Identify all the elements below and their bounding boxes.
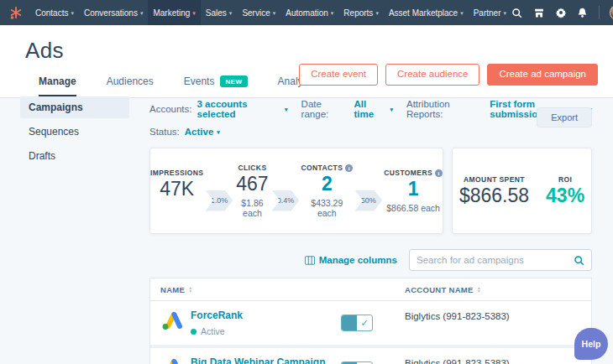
- spend-card: AMOUNT SPENT $866.58 ROI 43%: [452, 148, 592, 234]
- chevron-down-icon: ▾: [375, 10, 379, 16]
- contacts-metric: CONTACTSi 2 $433.29 each: [301, 164, 353, 217]
- customers-value: 1: [384, 178, 443, 200]
- funnel-card: IMPRESSIONS 47K 1.0% CLICKS 467 $1.86 ea…: [149, 148, 443, 234]
- campaign-toggle[interactable]: ✓: [341, 315, 373, 331]
- attribution-filter-label: Attribution Reports:: [406, 99, 485, 119]
- sidebar-item-campaigns[interactable]: Campaigns: [20, 96, 129, 118]
- new-badge: NEW: [220, 75, 247, 87]
- table-row: Big Data Webinar Campaign Active ✓ Bigly…: [150, 348, 591, 364]
- nav-label: Partner: [474, 8, 501, 18]
- info-icon[interactable]: i: [345, 164, 353, 172]
- chevron-down-icon: ▾: [273, 10, 276, 16]
- main-content: Accounts: 3 accounts selected▾ Date rang…: [149, 99, 592, 364]
- date-range-filter-value: All time: [354, 99, 387, 119]
- nav-item-asset-marketplace[interactable]: Asset Marketplace▾: [384, 0, 469, 25]
- search-icon[interactable]: [511, 7, 523, 18]
- column-header-account-name[interactable]: ACCOUNT NAME ▲▼: [405, 285, 581, 294]
- nav-divider: [599, 6, 600, 19]
- table-header: NAME ▲▼ ACCOUNT NAME ▲▼: [150, 278, 591, 301]
- sidebar-item-drafts[interactable]: Drafts: [20, 145, 129, 167]
- chevron-down-icon: ▾: [71, 10, 74, 16]
- nav-item-service[interactable]: Service▾: [237, 0, 280, 25]
- manage-columns-button[interactable]: Manage columns: [305, 255, 397, 265]
- impressions-value: 47K: [150, 178, 203, 200]
- contacts-sub: $433.29 each: [301, 198, 353, 218]
- hubspot-logo-icon[interactable]: [8, 5, 24, 20]
- clicks-label: CLICKS: [238, 164, 266, 172]
- filter-row-1: Accounts: 3 accounts selected▾ Date rang…: [149, 99, 592, 119]
- sidebar: Campaigns Sequences Drafts: [20, 96, 129, 169]
- settings-gear-icon[interactable]: [555, 7, 567, 18]
- user-avatar[interactable]: [610, 4, 613, 21]
- search-icon[interactable]: [574, 255, 584, 266]
- date-range-filter-dropdown[interactable]: All time▾: [354, 99, 393, 119]
- nav-item-sales[interactable]: Sales▾: [201, 0, 238, 25]
- chevron-down-icon: ▾: [390, 107, 393, 112]
- create-event-button[interactable]: Create event: [299, 64, 378, 86]
- campaign-status: Active: [191, 326, 243, 336]
- nav-item-contacts[interactable]: Contacts▾: [30, 0, 79, 25]
- columns-icon: [305, 256, 315, 265]
- nav-label: Automation: [286, 8, 328, 18]
- tab-events[interactable]: EventsNEW: [184, 75, 248, 97]
- nav-item-marketing[interactable]: Marketing▾: [148, 0, 200, 25]
- status-filter-label: Status:: [149, 127, 180, 137]
- date-range-filter: Date range: All time▾: [301, 99, 393, 119]
- toggle-on-track: [342, 315, 357, 330]
- date-range-filter-label: Date range:: [301, 99, 349, 119]
- nav-label: Conversations: [84, 8, 138, 18]
- tab-manage[interactable]: Manage: [39, 75, 76, 97]
- chevron-down-icon: ▾: [140, 10, 144, 16]
- customers-metric: CUSTOMERSi 1 $866.58 each: [384, 169, 443, 212]
- accounts-filter: Accounts: 3 accounts selected▾: [149, 99, 288, 119]
- funnel-arrow-icon: 1.0%: [205, 190, 233, 211]
- create-ad-campaign-button[interactable]: Create ad campaign: [487, 64, 598, 86]
- nav-item-conversations[interactable]: Conversations▾: [79, 0, 148, 25]
- page-header: Ads Create event Create audience Create …: [0, 25, 613, 98]
- status-filter-dropdown[interactable]: Active▾: [185, 127, 220, 137]
- campaign-search: [409, 249, 592, 271]
- tab-label: Manage: [39, 75, 76, 87]
- campaign-search-input[interactable]: [417, 255, 574, 265]
- toggle-check-icon: ✓: [357, 315, 372, 330]
- sidebar-item-sequences[interactable]: Sequences: [20, 121, 129, 143]
- marketplace-icon[interactable]: [533, 7, 545, 18]
- export-button[interactable]: Export: [537, 107, 592, 127]
- chevron-down-icon: ▾: [331, 10, 334, 16]
- manage-columns-label: Manage columns: [319, 255, 397, 265]
- impressions-label: IMPRESSIONS: [150, 169, 203, 177]
- header-actions: Create event Create audience Create ad c…: [299, 64, 598, 86]
- info-icon[interactable]: i: [435, 169, 443, 177]
- chevron-down-icon: ▾: [285, 107, 288, 112]
- customers-sub: $866.58 each: [384, 203, 443, 213]
- nav-item-reports[interactable]: Reports▾: [338, 0, 384, 25]
- nav-label: Service: [242, 8, 270, 18]
- chevron-down-icon: ▾: [460, 10, 464, 16]
- help-button[interactable]: Help: [574, 328, 608, 360]
- create-audience-button[interactable]: Create audience: [385, 64, 479, 86]
- tab-audiences[interactable]: Audiences: [107, 75, 154, 97]
- accounts-filter-dropdown[interactable]: 3 accounts selected▾: [197, 99, 288, 119]
- roi-value: 43%: [546, 185, 584, 206]
- column-label: NAME: [160, 285, 185, 294]
- nav-label: Marketing: [153, 8, 190, 18]
- column-header-name[interactable]: NAME ▲▼: [160, 285, 341, 294]
- status-filter-value: Active: [185, 127, 214, 137]
- impressions-sub: [150, 203, 203, 213]
- amount-spent-label: AMOUNT SPENT: [464, 175, 525, 184]
- account-name: Biglytics (991-823-5383): [405, 358, 581, 364]
- nav-label: Asset Marketplace: [389, 8, 458, 18]
- roi-label: ROI: [558, 175, 572, 184]
- stats-cards: IMPRESSIONS 47K 1.0% CLICKS 467 $1.86 ea…: [149, 148, 592, 234]
- nav-label: Reports: [343, 8, 373, 18]
- nav-item-partner[interactable]: Partner▾: [469, 0, 511, 25]
- notifications-bell-icon[interactable]: [577, 7, 589, 18]
- campaign-name-link[interactable]: ForceRank: [191, 309, 243, 321]
- impressions-metric: IMPRESSIONS 47K: [150, 169, 203, 212]
- nav-item-automation[interactable]: Automation▾: [280, 0, 338, 25]
- table-toolbar: Manage columns: [149, 249, 592, 271]
- sort-icon: ▲▼: [477, 286, 481, 293]
- tab-label: Events: [184, 75, 215, 87]
- campaign-name-link[interactable]: Big Data Webinar Campaign: [191, 356, 325, 364]
- campaigns-table: NAME ▲▼ ACCOUNT NAME ▲▼ ForceRank: [149, 278, 592, 364]
